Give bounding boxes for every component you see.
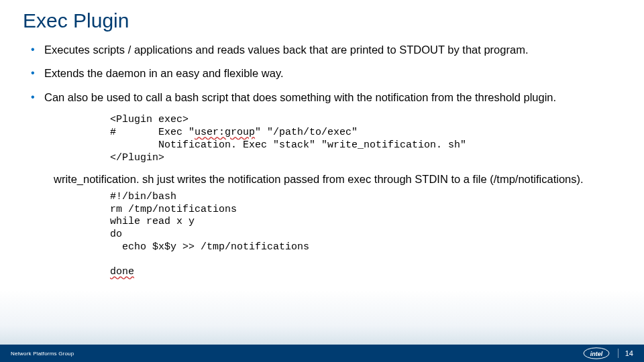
code-frag: " "/path/to/exec" [255,127,358,138]
intel-logo-icon: intel [583,347,610,359]
code-line: #!/bin/bash [110,191,176,202]
code-line: rm /tmp/notifications [110,204,237,215]
description-text: write_notification. sh just writes the n… [54,172,617,186]
code-frag: # Exec " [110,127,195,138]
bullet-item: Can also be used to call a bash script t… [28,90,617,105]
bullet-list: Executes scripts / applications and read… [28,43,617,105]
slide-title: Exec Plugin [0,0,644,32]
slide: Exec Plugin Executes scripts / applicati… [0,0,644,362]
footer-right: intel 14 [583,347,633,359]
code-line: </Plugin> [110,152,164,164]
bullet-item: Extends the daemon in an easy and flexib… [28,66,617,80]
code-line: do [110,229,122,240]
code-line: # Exec "user:group" "/path/to/exec" [110,127,358,138]
slide-content: Executes scripts / applications and read… [0,32,644,279]
svg-text:intel: intel [590,351,602,357]
bullet-item: Executes scripts / applications and read… [28,43,617,57]
code-block-script: #!/bin/bash rm /tmp/notifications while … [110,191,617,279]
code-line: <Plugin exec> [110,114,189,125]
footer-bar: Network Platforms Group intel 14 [0,345,644,362]
code-line: while read x y [110,216,195,227]
code-line: Notification. Exec "stack" "write_notifi… [110,139,466,151]
code-block-plugin: <Plugin exec> # Exec "user:group" "/path… [110,114,617,164]
code-line: echo $x$y >> /tmp/notifications [110,241,309,253]
page-number: 14 [618,349,633,358]
footer-group-label: Network Platforms Group [11,351,74,357]
code-wavy-text: done [110,266,134,278]
code-wavy-text: user:group [195,127,255,138]
